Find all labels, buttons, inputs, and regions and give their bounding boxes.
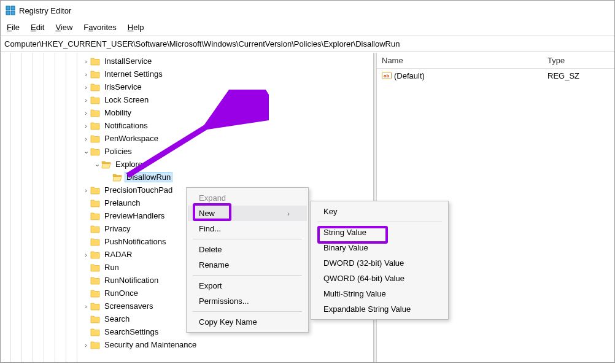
tree-item-label: Run	[102, 262, 121, 273]
menu-separator	[193, 239, 302, 239]
titlebar: Registry Editor	[1, 1, 614, 20]
address-text: Computer\HKEY_CURRENT_USER\Software\Micr…	[4, 39, 400, 48]
tree-item-label: SearchSettings	[102, 327, 160, 337]
tree-item[interactable]: ›IrisService	[1, 80, 373, 93]
tree-item[interactable]: ›InstallService	[1, 55, 373, 68]
chevron-right-icon[interactable]: ›	[82, 303, 90, 310]
chevron-right-icon[interactable]: ›	[82, 96, 90, 104]
tree-item[interactable]: ›PenWorkspace	[1, 132, 373, 145]
folder-icon	[90, 121, 100, 131]
menu-favorites[interactable]: Favorites	[83, 23, 116, 32]
chevron-right-icon[interactable]: ›	[82, 83, 90, 91]
folder-icon	[90, 276, 100, 285]
folder-icon	[90, 340, 100, 350]
chevron-down-icon[interactable]: ⌄	[82, 147, 90, 155]
chevron-right-icon[interactable]: ›	[82, 71, 90, 78]
folder-icon	[90, 314, 100, 324]
chevron-right-icon[interactable]: ›	[82, 122, 90, 130]
folder-icon	[90, 95, 100, 105]
context-menu-item[interactable]: String Value	[312, 225, 447, 240]
tree-item-label: Prelaunch	[102, 198, 142, 208]
folder-icon	[90, 147, 100, 157]
value-type: REG_SZ	[543, 71, 614, 80]
folder-open-icon	[112, 172, 122, 182]
folder-icon	[90, 250, 100, 260]
tree-item-label: Lock Screen	[102, 95, 150, 105]
context-submenu-new[interactable]: KeyString ValueBinary ValueDWORD (32-bit…	[311, 201, 449, 320]
context-menu-label: New	[199, 209, 215, 218]
column-type[interactable]: Type	[543, 53, 614, 68]
tree-item[interactable]: ›Security and Maintenance	[1, 338, 373, 351]
chevron-right-icon[interactable]: ›	[82, 251, 90, 258]
context-menu-item[interactable]: DWORD (32-bit) Value	[312, 255, 447, 271]
context-menu-item[interactable]: Export	[188, 278, 307, 293]
column-name[interactable]: Name	[377, 53, 543, 68]
tree-item-label: InstallService	[102, 56, 153, 66]
context-menu-label: String Value	[323, 228, 366, 237]
context-menu-label: Multi-String Value	[323, 289, 386, 298]
tree-item[interactable]: ›Internet Settings	[1, 68, 373, 80]
menu-file[interactable]: File	[7, 23, 20, 32]
menu-help[interactable]: Help	[128, 23, 144, 32]
folder-icon	[90, 288, 100, 298]
folder-icon	[90, 237, 100, 247]
context-menu-item: Expand	[188, 190, 307, 206]
context-menu-item[interactable]: QWORD (64-bit) Value	[312, 271, 447, 286]
value-name: (Default)	[394, 71, 425, 80]
tree-item[interactable]: ⌄Explorer	[1, 158, 373, 171]
window-title: Registry Editor	[19, 6, 71, 15]
tree-item-label: Explorer	[114, 159, 147, 169]
chevron-right-icon[interactable]: ›	[82, 135, 90, 142]
tree-item-label: RunOnce	[102, 288, 140, 298]
regedit-icon	[6, 6, 15, 15]
tree-item-label: RADAR	[102, 249, 134, 260]
menu-edit[interactable]: Edit	[31, 23, 44, 32]
folder-icon	[90, 198, 100, 208]
context-menu-label: QWORD (64-bit) Value	[323, 274, 404, 283]
tree-item-label: IrisService	[102, 82, 144, 92]
context-menu-item[interactable]: Rename	[188, 257, 307, 273]
tree-item-label: Security and Maintenance	[102, 339, 198, 350]
tree-item-label: Privacy	[102, 223, 133, 234]
chevron-right-icon[interactable]: ›	[82, 187, 90, 194]
context-menu-label: Delete	[199, 245, 222, 254]
context-menu-item[interactable]: Permissions...	[188, 293, 307, 309]
tree-item-label: PushNotifications	[102, 236, 168, 247]
folder-icon	[90, 224, 100, 234]
folder-icon	[90, 134, 100, 144]
folder-icon	[90, 185, 100, 195]
tree-item[interactable]: ›Lock Screen	[1, 93, 373, 106]
menu-view[interactable]: View	[55, 23, 72, 32]
tree-item-label: Internet Settings	[102, 69, 164, 79]
folder-icon	[90, 56, 100, 66]
context-menu-item[interactable]: Key	[312, 204, 447, 219]
chevron-right-icon: ›	[287, 210, 290, 217]
chevron-right-icon[interactable]: ›	[82, 109, 90, 117]
context-menu-item[interactable]: Find...	[188, 221, 307, 236]
context-menu[interactable]: ExpandNew›Find...DeleteRenameExportPermi…	[186, 187, 309, 333]
tree-item[interactable]: ⌄Policies	[1, 145, 373, 158]
context-menu-label: Expandable String Value	[323, 304, 411, 314]
context-menu-item[interactable]: Expandable String Value	[312, 301, 447, 317]
menu-separator	[317, 222, 442, 222]
tree-item[interactable]: DisallowRun	[1, 171, 373, 184]
context-menu-item[interactable]: Multi-String Value	[312, 286, 447, 301]
value-row[interactable]: (Default)REG_SZ	[377, 69, 614, 82]
chevron-down-icon[interactable]: ⌄	[93, 160, 101, 168]
tree-item[interactable]: ›Notifications	[1, 119, 373, 132]
folder-icon	[90, 69, 100, 79]
context-menu-label: Binary Value	[323, 243, 368, 252]
context-menu-item[interactable]: New›	[188, 206, 307, 221]
chevron-right-icon[interactable]: ›	[82, 341, 90, 349]
context-menu-item[interactable]: Copy Key Name	[188, 314, 307, 330]
tree-item[interactable]: ›Mobility	[1, 106, 373, 119]
menu-separator	[193, 275, 302, 276]
context-menu-label: Copy Key Name	[199, 317, 257, 327]
address-bar[interactable]: Computer\HKEY_CURRENT_USER\Software\Micr…	[1, 36, 614, 52]
chevron-right-icon[interactable]: ›	[82, 58, 90, 65]
string-value-icon	[382, 71, 392, 80]
menubar: File Edit View Favorites Help	[1, 20, 614, 36]
folder-icon	[90, 108, 100, 118]
context-menu-item[interactable]: Delete	[188, 242, 307, 257]
context-menu-item[interactable]: Binary Value	[312, 240, 447, 255]
